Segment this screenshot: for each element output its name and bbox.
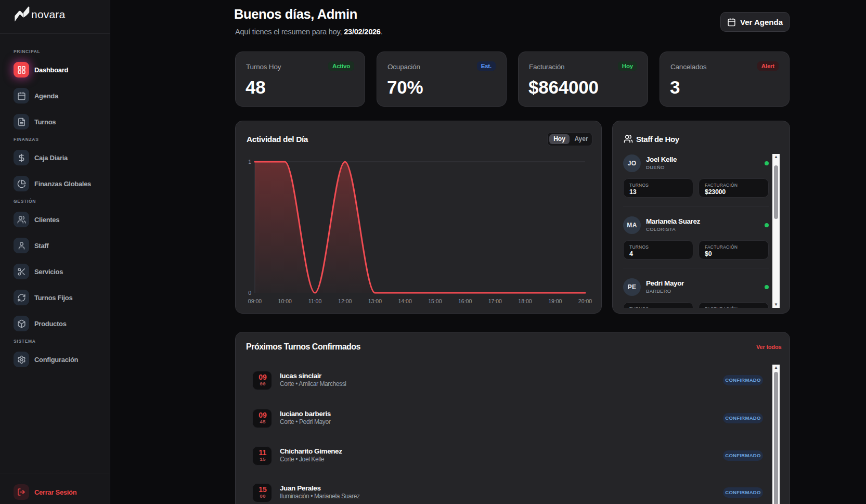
svg-text:14:00: 14:00 [398, 298, 411, 304]
svg-text:0: 0 [248, 290, 251, 296]
svg-text:1: 1 [248, 159, 251, 165]
svg-text:20:00: 20:00 [578, 298, 592, 304]
svg-text:15:00: 15:00 [428, 298, 442, 304]
svg-text:12:00: 12:00 [338, 298, 352, 304]
svg-text:10:00: 10:00 [278, 298, 292, 304]
svg-text:13:00: 13:00 [368, 298, 382, 304]
svg-text:16:00: 16:00 [458, 298, 472, 304]
svg-text:11:00: 11:00 [308, 298, 322, 304]
svg-text:18:00: 18:00 [518, 298, 532, 304]
svg-text:19:00: 19:00 [548, 298, 562, 304]
svg-text:17:00: 17:00 [488, 298, 502, 304]
svg-text:09:00: 09:00 [248, 298, 262, 304]
